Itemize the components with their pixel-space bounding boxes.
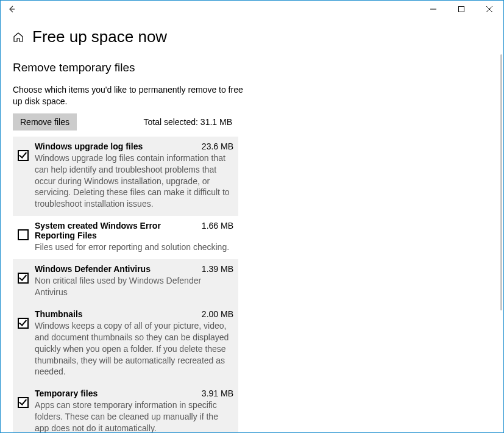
- item-title: Windows upgrade log files: [35, 141, 143, 151]
- list-item[interactable]: Windows Defender Antivirus1.39 MBNon cri…: [13, 259, 238, 304]
- item-head: System created Windows Error Reporting F…: [35, 221, 233, 240]
- scrollbar-thumb[interactable]: [500, 54, 502, 310]
- back-button[interactable]: [5, 3, 18, 15]
- total-selected-label: Total selected: 31.1 MB: [143, 117, 232, 127]
- remove-files-button[interactable]: Remove files: [13, 113, 77, 131]
- checkbox[interactable]: [18, 229, 29, 240]
- checkbox[interactable]: [18, 273, 29, 284]
- page-header: Free up space now: [13, 27, 385, 46]
- item-body: Windows Defender Antivirus1.39 MBNon cri…: [35, 264, 233, 298]
- item-head: Windows Defender Antivirus1.39 MB: [35, 264, 233, 274]
- item-size: 1.39 MB: [202, 264, 233, 274]
- action-row: Remove files Total selected: 31.1 MB: [13, 113, 232, 131]
- item-head: Temporary files3.91 MB: [35, 388, 233, 398]
- item-title: Temporary files: [35, 388, 98, 398]
- section-heading: Remove temporary files: [13, 61, 385, 74]
- item-description: Non critical files used by Windows Defen…: [35, 275, 233, 298]
- svg-rect-2: [459, 7, 464, 12]
- item-size: 3.91 MB: [202, 388, 233, 398]
- item-title: Thumbnails: [35, 309, 83, 319]
- page-title: Free up space now: [32, 27, 167, 46]
- item-head: Thumbnails2.00 MB: [35, 309, 233, 319]
- item-title: Windows Defender Antivirus: [35, 264, 151, 274]
- maximize-button[interactable]: [447, 1, 475, 18]
- item-body: System created Windows Error Reporting F…: [35, 221, 233, 253]
- item-title: System created Windows Error Reporting F…: [35, 221, 196, 240]
- item-description: Files used for error reporting and solut…: [35, 242, 233, 253]
- total-selected-value: 31.1 MB: [201, 117, 232, 127]
- list-item[interactable]: Thumbnails2.00 MBWindows keeps a copy of…: [13, 304, 238, 384]
- total-selected-prefix: Total selected:: [143, 117, 200, 127]
- item-body: Thumbnails2.00 MBWindows keeps a copy of…: [35, 309, 233, 378]
- close-button[interactable]: [475, 1, 503, 18]
- list-item[interactable]: Temporary files3.91 MBApps can store tem…: [13, 384, 238, 432]
- item-head: Windows upgrade log files23.6 MB: [35, 141, 233, 151]
- instructions-text: Choose which items you'd like to permane…: [13, 84, 244, 107]
- checkbox[interactable]: [18, 318, 29, 329]
- list-item[interactable]: System created Windows Error Reporting F…: [13, 216, 238, 259]
- item-size: 23.6 MB: [202, 141, 233, 151]
- minimize-button[interactable]: [419, 1, 447, 18]
- home-icon[interactable]: [13, 32, 24, 43]
- checkbox[interactable]: [18, 397, 29, 408]
- list-item[interactable]: Windows upgrade log files23.6 MBWindows …: [13, 137, 238, 216]
- temporary-files-list: Windows upgrade log files23.6 MBWindows …: [13, 137, 238, 432]
- item-description: Windows upgrade log files contain inform…: [35, 152, 233, 210]
- page-content: Free up space now Remove temporary files…: [1, 18, 397, 432]
- checkbox[interactable]: [18, 150, 29, 161]
- item-body: Windows upgrade log files23.6 MBWindows …: [35, 141, 233, 210]
- item-body: Temporary files3.91 MBApps can store tem…: [35, 388, 233, 432]
- titlebar: [1, 1, 503, 18]
- item-description: Apps can store temporary information in …: [35, 399, 233, 432]
- item-size: 1.66 MB: [202, 221, 233, 231]
- item-size: 2.00 MB: [202, 309, 233, 319]
- item-description: Windows keeps a copy of all of your pict…: [35, 320, 233, 378]
